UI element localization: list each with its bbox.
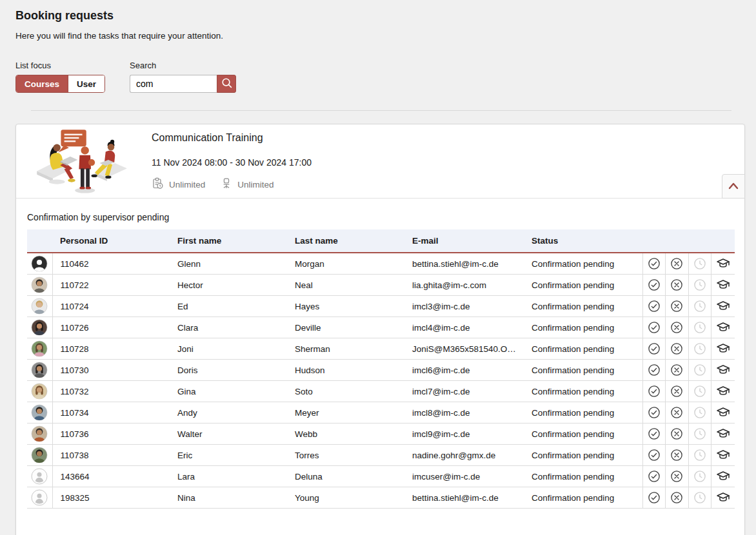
reject-button[interactable]	[670, 298, 683, 315]
trainings-button[interactable]	[716, 277, 730, 293]
graduation-cap-icon	[716, 449, 730, 463]
trainings-button[interactable]	[716, 490, 730, 506]
action-cell	[665, 487, 688, 509]
reject-button[interactable]	[670, 362, 683, 378]
status-cell: Confirmation pending	[524, 275, 642, 296]
approve-button[interactable]	[648, 469, 661, 485]
waiting-list-button[interactable]	[693, 298, 706, 315]
seats-icon	[221, 177, 232, 191]
trainings-button[interactable]	[716, 298, 730, 315]
search-input[interactable]	[130, 75, 217, 93]
first-name-cell: Doris	[170, 360, 287, 381]
avatar-cell	[27, 381, 52, 402]
collapse-button[interactable]	[722, 174, 745, 199]
user-toggle-button[interactable]: User	[68, 75, 104, 92]
graduation-cap-icon	[716, 491, 730, 506]
action-cell	[688, 487, 711, 509]
reject-button[interactable]	[670, 384, 683, 400]
waiting-list-button[interactable]	[693, 384, 706, 400]
email-cell: imcl6@im-c.de	[404, 360, 524, 381]
action-column-header	[642, 229, 665, 253]
reject-button[interactable]	[670, 341, 683, 357]
action-cell	[711, 296, 735, 317]
action-cell	[642, 402, 665, 423]
trainings-button[interactable]	[716, 362, 730, 378]
trainings-button[interactable]	[716, 256, 730, 272]
waiting-list-button[interactable]	[693, 341, 706, 357]
approve-button[interactable]	[648, 341, 661, 357]
search-button[interactable]	[217, 75, 236, 93]
approve-button[interactable]	[648, 447, 661, 463]
reject-button[interactable]	[670, 405, 683, 421]
list-focus-toggle: Courses User	[15, 75, 105, 93]
x-circle-icon	[670, 364, 683, 378]
personal-id-cell: 110462	[52, 253, 170, 275]
reject-button[interactable]	[670, 256, 683, 272]
last-name-cell: Deluna	[287, 466, 404, 487]
trainings-button[interactable]	[716, 426, 730, 442]
personal-id-cell: 110730	[52, 360, 170, 381]
waiting-list-button[interactable]	[693, 490, 706, 506]
section-divider	[31, 110, 731, 111]
action-cell	[642, 317, 665, 338]
x-circle-icon	[670, 278, 683, 293]
first-name-cell: Walter	[170, 423, 287, 445]
courses-toggle-button[interactable]: Courses	[16, 75, 68, 92]
status-cell: Confirmation pending	[524, 487, 642, 509]
action-cell	[642, 487, 665, 509]
trainings-button[interactable]	[716, 341, 730, 357]
column-header: E-mail	[404, 229, 524, 253]
waiting-list-button[interactable]	[693, 320, 706, 336]
reject-button[interactable]	[670, 426, 683, 442]
approve-button[interactable]	[648, 384, 661, 400]
action-cell	[688, 360, 711, 381]
last-name-cell: Sherman	[287, 338, 404, 360]
last-name-cell: Soto	[287, 381, 404, 402]
first-name-cell: Nina	[170, 487, 287, 509]
approve-button[interactable]	[648, 298, 661, 315]
table-body: 110462GlennMorganbettina.stiehl@im-c.deC…	[27, 253, 735, 509]
page-header: Booking requests Here you will find the …	[0, 0, 756, 111]
user-avatar	[31, 349, 48, 359]
reject-button[interactable]	[670, 320, 683, 336]
approve-button[interactable]	[648, 362, 661, 378]
waiting-list-button[interactable]	[693, 277, 706, 293]
trainings-button[interactable]	[716, 447, 730, 463]
trainings-button[interactable]	[716, 320, 730, 336]
action-cell	[688, 317, 711, 338]
course-capacity-row: Unlimited Unlimited	[152, 177, 312, 191]
trainings-button[interactable]	[716, 469, 730, 485]
approve-button[interactable]	[648, 320, 661, 336]
trainings-button[interactable]	[716, 405, 730, 421]
waiting-list-button[interactable]	[693, 426, 706, 442]
user-avatar	[31, 328, 48, 338]
table-row: 110732GinaSotoimcl7@im-c.deConfirmation …	[27, 381, 735, 402]
email-cell: imcl4@im-c.de	[404, 317, 524, 338]
waiting-list-button[interactable]	[693, 469, 706, 485]
reject-button[interactable]	[670, 277, 683, 293]
approve-button[interactable]	[648, 426, 661, 442]
waiting-list-button[interactable]	[693, 405, 706, 421]
user-avatar	[31, 371, 48, 380]
clock-circle-icon	[693, 364, 706, 378]
list-focus-label: List focus	[15, 61, 105, 70]
page-subtitle: Here you will find the tasks that requir…	[15, 31, 741, 41]
action-cell	[665, 445, 688, 466]
table-row: 110738EricTorresnadine.gohr@gmx.deConfir…	[27, 445, 735, 466]
reject-button[interactable]	[670, 447, 683, 463]
table-row: 110462GlennMorganbettina.stiehl@im-c.deC…	[27, 253, 735, 275]
trainings-button[interactable]	[716, 384, 730, 400]
reject-button[interactable]	[670, 469, 683, 485]
waiting-list-button[interactable]	[693, 256, 706, 272]
waiting-list-button[interactable]	[693, 447, 706, 463]
reject-button[interactable]	[670, 490, 683, 506]
waiting-list-button[interactable]	[693, 362, 706, 378]
booking-list-section: Confirmation by supervisor pending Perso…	[16, 199, 744, 509]
personal-id-cell: 198325	[52, 487, 170, 509]
approve-button[interactable]	[648, 277, 661, 293]
approve-button[interactable]	[648, 405, 661, 421]
approve-button[interactable]	[648, 256, 661, 272]
approve-button[interactable]	[648, 490, 661, 506]
action-cell	[688, 275, 711, 296]
action-cell	[642, 296, 665, 317]
